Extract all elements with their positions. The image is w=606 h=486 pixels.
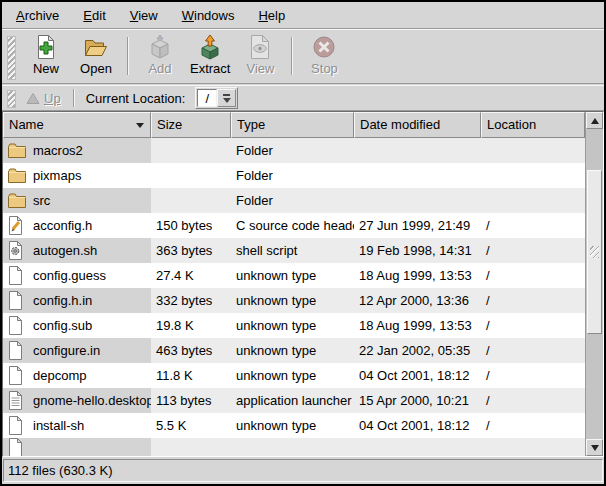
cell-type: Folder	[231, 138, 354, 163]
view-file-icon	[247, 34, 273, 60]
document-icon	[7, 438, 27, 456]
cell-type: application launcher	[231, 388, 354, 413]
table-row-partial[interactable]	[3, 438, 585, 456]
table-row[interactable]: autogen.sh363 bytesshell script19 Feb 19…	[3, 238, 585, 263]
table-row[interactable]: config.guess27.4 Kunknown type18 Aug 199…	[3, 263, 585, 288]
status-text: 112 files (630.3 K)	[8, 463, 113, 478]
location-combo-dropdown-button[interactable]	[217, 89, 236, 107]
cell-location	[481, 163, 585, 188]
column-header-size[interactable]: Size	[151, 112, 231, 138]
file-list-rows: macros2FolderpixmapsFoldersrcFolderaccon…	[3, 138, 585, 456]
table-row[interactable]: install-sh5.5 Kunknown type04 Oct 2001, …	[3, 413, 585, 438]
menu-view[interactable]: View	[118, 2, 170, 28]
file-list: Name Size Type Date modified Location ma…	[2, 111, 604, 457]
document-icon	[7, 265, 27, 286]
cell-size: 463 bytes	[151, 338, 231, 363]
up-button[interactable]: Up	[21, 89, 66, 108]
scrollbar-up-button[interactable]	[586, 112, 603, 129]
toolbar-drag-handle[interactable]	[7, 36, 16, 80]
cell-name: pixmaps	[3, 163, 151, 188]
cell-name: acconfig.h	[3, 213, 151, 238]
menu-help[interactable]: Help	[246, 2, 297, 28]
cell-location: /	[481, 313, 585, 338]
file-name: config.guess	[33, 263, 106, 288]
cell-size: 363 bytes	[151, 238, 231, 263]
cell-location: /	[481, 338, 585, 363]
cell-name: autogen.sh	[3, 238, 151, 263]
toolbar-separator	[127, 37, 129, 75]
cell-type: unknown type	[231, 413, 354, 438]
cell-type: unknown type	[231, 313, 354, 338]
archive-manager-window: Archive Edit View Windows Help New Open	[0, 0, 606, 486]
cell-size: 332 bytes	[151, 288, 231, 313]
locationbar-separator	[73, 89, 75, 107]
locationbar-drag-handle[interactable]	[7, 90, 16, 108]
add-button[interactable]: Add	[135, 33, 185, 77]
view-button-label: View	[246, 61, 274, 76]
cell-date: 04 Oct 2001, 18:12	[354, 363, 481, 388]
sort-indicator-icon	[136, 123, 144, 128]
cell-date: 27 Jun 1999, 21:49	[354, 213, 481, 238]
status-bar: 112 files (630.3 K)	[3, 459, 603, 482]
cell-location: /	[481, 213, 585, 238]
file-name: config.h.in	[33, 288, 92, 313]
up-button-label: Up	[44, 91, 61, 106]
cell-date: 18 Aug 1999, 13:53	[354, 313, 481, 338]
scrollbar-grip-icon	[590, 246, 599, 258]
stop-button[interactable]: Stop	[299, 33, 349, 77]
new-button[interactable]: New	[21, 33, 71, 77]
menu-archive[interactable]: Archive	[4, 2, 71, 28]
cell-name: config.h.in	[3, 288, 151, 313]
column-header-type[interactable]: Type	[231, 112, 354, 138]
location-combo-value[interactable]: /	[197, 89, 217, 107]
location-bar: Up Current Location: /	[2, 85, 604, 111]
column-header-name[interactable]: Name	[3, 112, 151, 138]
cell-date: 04 Oct 2001, 18:12	[354, 413, 481, 438]
menu-edit[interactable]: Edit	[71, 2, 117, 28]
table-row[interactable]: config.h.in332 bytesunknown type12 Apr 2…	[3, 288, 585, 313]
table-row[interactable]: macros2Folder	[3, 138, 585, 163]
table-row[interactable]: depcomp11.8 Kunknown type04 Oct 2001, 18…	[3, 363, 585, 388]
cell-date: 12 Apr 2000, 13:36	[354, 288, 481, 313]
file-name: depcomp	[33, 363, 86, 388]
cell-date: 18 Aug 1999, 13:53	[354, 263, 481, 288]
table-row[interactable]: pixmapsFolder	[3, 163, 585, 188]
location-combo: /	[195, 87, 238, 109]
menu-windows[interactable]: Windows	[170, 2, 247, 28]
cell-name	[3, 438, 151, 456]
cell-size	[151, 138, 231, 163]
table-row[interactable]: config.sub19.8 Kunknown type18 Aug 1999,…	[3, 313, 585, 338]
table-row[interactable]: gnome-hello.desktop113 bytesapplication …	[3, 388, 585, 413]
view-button[interactable]: View	[235, 33, 285, 77]
document-icon	[7, 415, 27, 436]
cell-name: config.guess	[3, 263, 151, 288]
open-button-label: Open	[80, 61, 112, 76]
cell-size	[151, 438, 231, 456]
scrollbar-thumb[interactable]	[587, 170, 602, 334]
folder-icon	[7, 190, 27, 211]
cell-type: unknown type	[231, 363, 354, 388]
document-icon	[7, 365, 27, 386]
open-button[interactable]: Open	[71, 33, 121, 77]
scrollbar-down-button[interactable]	[586, 439, 603, 456]
table-row[interactable]: configure.in463 bytesunknown type22 Jan …	[3, 338, 585, 363]
cell-type: unknown type	[231, 263, 354, 288]
add-files-icon	[147, 34, 173, 60]
column-header-date-modified[interactable]: Date modified	[354, 112, 481, 138]
table-row[interactable]: acconfig.h150 bytesC source code header2…	[3, 213, 585, 238]
extract-button-label: Extract	[190, 61, 230, 76]
new-button-label: New	[33, 61, 59, 76]
cell-date: 15 Apr 2000, 10:21	[354, 388, 481, 413]
file-name: gnome-hello.desktop	[33, 388, 151, 413]
table-row[interactable]: srcFolder	[3, 188, 585, 213]
cell-type	[231, 438, 354, 456]
cell-location	[481, 188, 585, 213]
cell-size: 113 bytes	[151, 388, 231, 413]
extract-button[interactable]: Extract	[185, 33, 235, 77]
column-header-location[interactable]: Location	[481, 112, 585, 138]
cell-date	[354, 188, 481, 213]
cell-location: /	[481, 238, 585, 263]
extract-icon	[197, 34, 223, 60]
cell-name: depcomp	[3, 363, 151, 388]
vertical-scrollbar[interactable]	[585, 112, 603, 456]
